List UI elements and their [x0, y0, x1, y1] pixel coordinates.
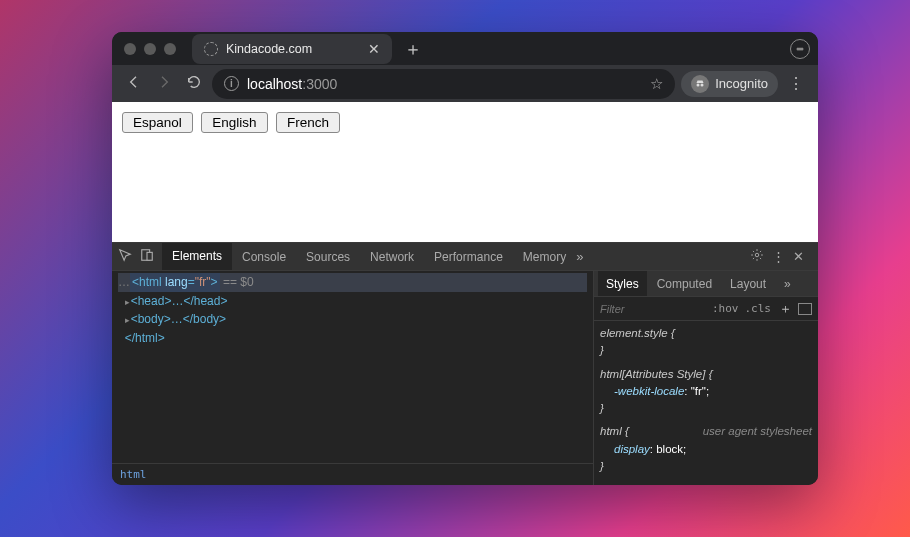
new-tab-button[interactable]: ＋ — [404, 40, 422, 58]
english-button[interactable]: English — [201, 112, 267, 133]
browser-window: Kindacode.com ✕ ＋ i localhost:3000 ☆ Inc… — [112, 32, 818, 485]
arrow-right-icon — [156, 74, 172, 90]
tab-sources[interactable]: Sources — [296, 243, 360, 270]
browser-menu-button[interactable]: ⋮ — [784, 74, 808, 93]
incognito-label: Incognito — [715, 76, 768, 91]
hov-toggle[interactable]: :hov — [712, 302, 739, 315]
more-subtabs-icon[interactable]: » — [776, 271, 799, 296]
forward-button[interactable] — [152, 74, 176, 94]
subtab-computed[interactable]: Computed — [649, 271, 720, 296]
svg-point-4 — [755, 253, 759, 257]
tab-title: Kindacode.com — [226, 42, 312, 56]
tab-strip: Kindacode.com ✕ ＋ — [112, 32, 818, 65]
devtools-panel: Elements Console Sources Network Perform… — [112, 242, 818, 485]
browser-tab[interactable]: Kindacode.com ✕ — [192, 34, 392, 64]
dom-tree[interactable]: …<html lang="fr"> == $0 ▸<head>…</head> … — [112, 271, 593, 463]
devtools-body: …<html lang="fr"> == $0 ▸<head>…</head> … — [112, 271, 818, 485]
url-text: localhost:3000 — [247, 76, 337, 92]
site-info-icon[interactable]: i — [224, 76, 239, 91]
styles-subtabs: Styles Computed Layout » — [594, 271, 818, 297]
window-controls — [120, 43, 182, 55]
inspect-element-icon[interactable] — [118, 248, 132, 265]
incognito-chip[interactable]: Incognito — [681, 71, 778, 97]
styles-filter-row: :hov .cls ＋ — [594, 297, 818, 321]
french-button[interactable]: French — [276, 112, 340, 133]
devtools-tabs: Elements Console Sources Network Perform… — [112, 243, 818, 271]
toolbar: i localhost:3000 ☆ Incognito ⋮ — [112, 65, 818, 102]
tab-network[interactable]: Network — [360, 243, 424, 270]
device-toolbar-icon[interactable] — [140, 248, 154, 265]
more-tabs-icon[interactable]: » — [576, 249, 583, 264]
devtools-menu-icon[interactable]: ⋮ — [772, 249, 785, 264]
page-content: Espanol English French — [112, 102, 818, 242]
tab-overflow-icon[interactable] — [790, 39, 810, 59]
tab-console[interactable]: Console — [232, 243, 296, 270]
breadcrumb[interactable]: html — [112, 463, 593, 485]
minimize-window-icon[interactable] — [144, 43, 156, 55]
tab-elements[interactable]: Elements — [162, 243, 232, 270]
bookmark-star-icon[interactable]: ☆ — [650, 75, 663, 93]
new-style-rule-icon[interactable]: ＋ — [779, 300, 792, 318]
espanol-button[interactable]: Espanol — [122, 112, 193, 133]
tab-memory[interactable]: Memory — [513, 243, 576, 270]
subtab-layout[interactable]: Layout — [722, 271, 774, 296]
close-window-icon[interactable] — [124, 43, 136, 55]
close-tab-icon[interactable]: ✕ — [368, 41, 380, 57]
reload-button[interactable] — [182, 74, 206, 94]
incognito-icon — [691, 75, 709, 93]
subtab-styles[interactable]: Styles — [598, 271, 647, 296]
svg-point-0 — [697, 83, 700, 86]
styles-sidebar: Styles Computed Layout » :hov .cls ＋ ele… — [593, 271, 818, 485]
arrow-left-icon — [126, 74, 142, 90]
reload-icon — [186, 74, 202, 90]
svg-rect-3 — [147, 252, 152, 260]
favicon-icon — [204, 42, 218, 56]
tab-performance[interactable]: Performance — [424, 243, 513, 270]
back-button[interactable] — [122, 74, 146, 94]
styles-filter-input[interactable] — [600, 303, 655, 315]
settings-gear-icon[interactable] — [750, 248, 764, 265]
styles-rules[interactable]: element.style { } html[Attributes Style]… — [594, 321, 818, 485]
svg-point-1 — [701, 83, 704, 86]
address-bar[interactable]: i localhost:3000 ☆ — [212, 69, 675, 99]
maximize-window-icon[interactable] — [164, 43, 176, 55]
elements-tree-pane: …<html lang="fr"> == $0 ▸<head>…</head> … — [112, 271, 593, 485]
box-model-toggle-icon[interactable] — [798, 303, 812, 315]
cls-toggle[interactable]: .cls — [745, 302, 772, 315]
devtools-close-icon[interactable]: ✕ — [793, 249, 804, 264]
